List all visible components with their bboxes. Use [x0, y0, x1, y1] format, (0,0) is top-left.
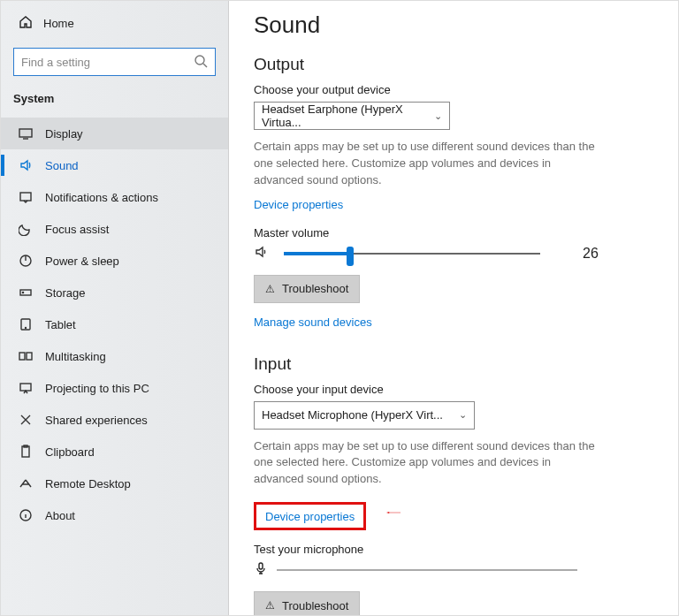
clipboard-icon [19, 445, 33, 459]
input-desc: Certain apps may be set up to use differ… [254, 438, 599, 489]
master-volume-label: Master volume [254, 226, 653, 240]
input-heading: Input [254, 354, 653, 374]
input-device-value: Headset Microphone (HyperX Virt... [262, 408, 443, 422]
sidebar-item-label: About [45, 509, 75, 522]
output-heading: Output [254, 55, 653, 74]
shared-experiences-icon [19, 413, 33, 427]
notifications-icon [19, 190, 33, 204]
sidebar-item-label: Storage [45, 286, 86, 300]
about-icon [19, 508, 33, 522]
warning-icon: ⚠ [265, 283, 275, 295]
focus-assist-icon [19, 222, 33, 236]
chevron-down-icon: ⌄ [459, 409, 467, 421]
page-title: Sound [254, 11, 653, 39]
sidebar-item-remote-desktop[interactable]: Remote Desktop [1, 468, 228, 499]
sidebar-item-notifications[interactable]: Notifications & actions [1, 181, 228, 213]
master-volume-value: 26 [583, 246, 599, 262]
sidebar-item-about[interactable]: About [1, 499, 228, 531]
sidebar-item-label: Shared experiences [45, 414, 148, 427]
svg-rect-1 [19, 129, 32, 137]
output-choose-label: Choose your output device [254, 83, 653, 96]
sidebar-item-shared-experiences[interactable]: Shared experiences [1, 404, 228, 436]
sidebar-item-label: Notifications & actions [45, 191, 158, 204]
warning-icon: ⚠ [265, 599, 275, 612]
search-icon [194, 54, 208, 71]
chevron-down-icon: ⌄ [434, 110, 442, 122]
output-desc: Certain apps may be set up to use differ… [254, 139, 599, 189]
svg-point-5 [22, 292, 23, 293]
sidebar-item-label: Power & sleep [45, 255, 119, 268]
output-manage-devices-link[interactable]: Manage sound devices [254, 316, 372, 329]
master-volume-slider[interactable] [284, 245, 540, 262]
sidebar-item-tablet[interactable]: Tablet [1, 308, 228, 340]
input-choose-label: Choose your input device [254, 383, 653, 396]
storage-icon [19, 285, 33, 300]
microphone-icon [254, 561, 268, 579]
output-troubleshoot-button[interactable]: ⚠ Troubleshoot [254, 275, 360, 303]
sidebar-item-storage[interactable]: Storage [1, 277, 228, 308]
output-device-properties-link[interactable]: Device properties [254, 198, 343, 211]
category-label: System [1, 88, 228, 118]
sound-icon [19, 158, 33, 172]
svg-rect-11 [22, 446, 29, 457]
multitasking-icon [19, 349, 33, 363]
troubleshoot-label: Troubleshoot [282, 599, 348, 612]
sidebar-item-sound[interactable]: Sound [1, 149, 228, 181]
sidebar-nav: Display Sound Notifications & actions Fo… [1, 118, 228, 531]
search-input[interactable] [21, 56, 194, 69]
search-box[interactable] [13, 48, 216, 76]
sidebar-item-label: Sound [45, 159, 79, 172]
speaker-icon[interactable] [254, 245, 268, 262]
svg-rect-8 [19, 353, 25, 360]
home-icon [19, 15, 33, 32]
output-device-combo[interactable]: Headset Earphone (HyperX Virtua... ⌄ [254, 102, 450, 130]
sidebar-item-clipboard[interactable]: Clipboard [1, 436, 228, 468]
main-content: Sound Output Choose your output device H… [229, 1, 678, 615]
display-icon [19, 126, 33, 141]
sidebar-item-display[interactable]: Display [1, 118, 228, 149]
sidebar-item-label: Remote Desktop [45, 477, 131, 491]
remote-desktop-icon [19, 476, 33, 491]
power-icon [19, 254, 33, 268]
mic-level-meter [277, 569, 577, 571]
svg-rect-14 [259, 563, 263, 569]
output-device-value: Headset Earphone (HyperX Virtua... [262, 103, 434, 129]
test-mic-label: Test your microphone [254, 543, 653, 556]
input-troubleshoot-button[interactable]: ⚠ Troubleshoot [254, 591, 360, 615]
svg-rect-2 [20, 193, 31, 201]
sidebar-item-label: Multitasking [45, 350, 106, 363]
svg-point-7 [26, 328, 27, 329]
annotation-arrow-icon [386, 506, 401, 520]
sidebar-item-label: Tablet [45, 318, 76, 331]
tablet-icon [19, 317, 33, 331]
sidebar-item-focus-assist[interactable]: Focus assist [1, 213, 228, 245]
troubleshoot-label: Troubleshoot [282, 282, 348, 295]
sidebar-item-projecting[interactable]: Projecting to this PC [1, 372, 228, 404]
svg-point-0 [195, 56, 204, 65]
settings-sidebar: Home System Display Sound Notifications … [1, 1, 229, 615]
annotation-highlight: Device properties [254, 502, 366, 530]
sidebar-item-label: Display [45, 127, 83, 141]
input-device-properties-link[interactable]: Device properties [265, 510, 355, 523]
input-device-combo[interactable]: Headset Microphone (HyperX Virt... ⌄ [254, 401, 475, 430]
sidebar-item-power-sleep[interactable]: Power & sleep [1, 245, 228, 277]
svg-rect-9 [27, 353, 32, 360]
sidebar-item-label: Focus assist [45, 223, 109, 236]
projecting-icon [19, 381, 33, 395]
sidebar-item-multitasking[interactable]: Multitasking [1, 340, 228, 372]
home-label: Home [43, 17, 74, 30]
home-button[interactable]: Home [1, 10, 228, 41]
sidebar-item-label: Clipboard [45, 445, 95, 459]
sidebar-item-label: Projecting to this PC [45, 382, 149, 395]
